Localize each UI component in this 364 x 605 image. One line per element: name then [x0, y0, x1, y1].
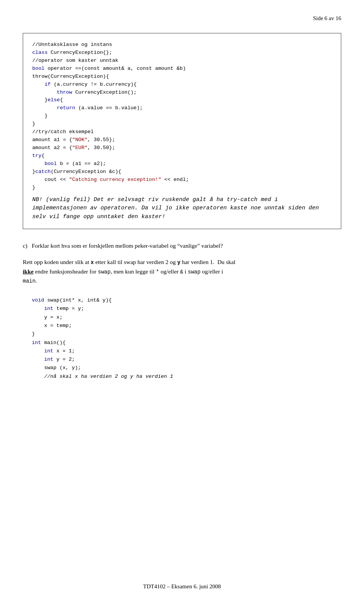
code-line-5: bool operator ==(const amount& a, const … [32, 65, 332, 73]
code-block-1: //Unntaksklasse og instans class Currenc… [23, 33, 341, 229]
swap-line-1: void swap(int* x, int& y){ [32, 296, 332, 305]
main-line-1: int main(){ [32, 339, 332, 347]
main-line-5: //nå skal x ha verdien 2 og y ha verdien… [32, 372, 332, 381]
code-block-2: void swap(int* x, int& y){ int temp = y;… [23, 292, 341, 385]
code-line-21: cout << "Catching currency exception!" <… [32, 176, 332, 184]
section-instruction-3: main. [23, 276, 341, 286]
code-line-7: if (a.currency != b.currency){ [32, 81, 332, 89]
main-line-2: int x = 1; [32, 347, 332, 355]
code-line-2: class CurrencyException{}; [32, 49, 332, 57]
code-line-22: } [32, 184, 332, 192]
section-c-question: Forklar kort hva som er forskjellen mell… [32, 242, 223, 249]
code-line-1: //Unntaksklasse og instans [32, 41, 332, 49]
page-footer: TDT4102 – Eksamen 6. juni 2008 [0, 583, 364, 590]
code-line-9: }else{ [32, 96, 332, 104]
main-line-4: swap (x, y); [32, 364, 332, 372]
section-instruction-1: Rett opp koden under slik at x etter kal… [23, 258, 341, 267]
swap-line-4: x = temp; [32, 322, 332, 330]
section-c-label: c) [23, 242, 30, 249]
code-line-19: bool b = (a1 == a2); [32, 160, 332, 168]
code-line-16: amount a2 = {"EUR", 30.50}; [32, 144, 332, 152]
code-line-8: throw CurrencyException(); [32, 89, 332, 97]
section-c: c) Forklar kort hva som er forskjellen m… [23, 241, 341, 286]
page-number: Side 6 av 16 [313, 15, 341, 21]
code-line-11: } [32, 112, 332, 120]
swap-line-2: int temp = y; [32, 305, 332, 313]
section-instruction-2: ikke endre funksjonsheader for swap, men… [23, 267, 341, 277]
code-line-20: }catch(CurrencyException &c){ [32, 168, 332, 176]
section-label: c) Forklar kort hva som er forskjellen m… [23, 241, 341, 251]
code-line-4: //operator som kaster unntak [32, 57, 332, 65]
code-line-12: } [32, 120, 332, 128]
nb-text: NB! (vanlig feil) Det er selvsagt riv ru… [32, 196, 332, 222]
swap-line-3: y = x; [32, 313, 332, 322]
code-line-10: return (a.value == b.value); [32, 104, 332, 112]
page-container: Side 6 av 16 //Unntaksklasse og instans … [0, 0, 364, 605]
code-line-6: throw(CurrencyException){ [32, 73, 332, 81]
code-line-15: amount a1 = {"NOK", 30.55}; [32, 136, 332, 144]
code-line-18: try{ [32, 152, 332, 160]
page-header: Side 6 av 16 [23, 15, 341, 22]
swap-line-5: } [32, 330, 332, 338]
footer-text: TDT4102 – Eksamen 6. juni 2008 [143, 583, 221, 589]
main-line-3: int y = 2; [32, 355, 332, 364]
code-line-14: //try/catch eksempel [32, 128, 332, 136]
